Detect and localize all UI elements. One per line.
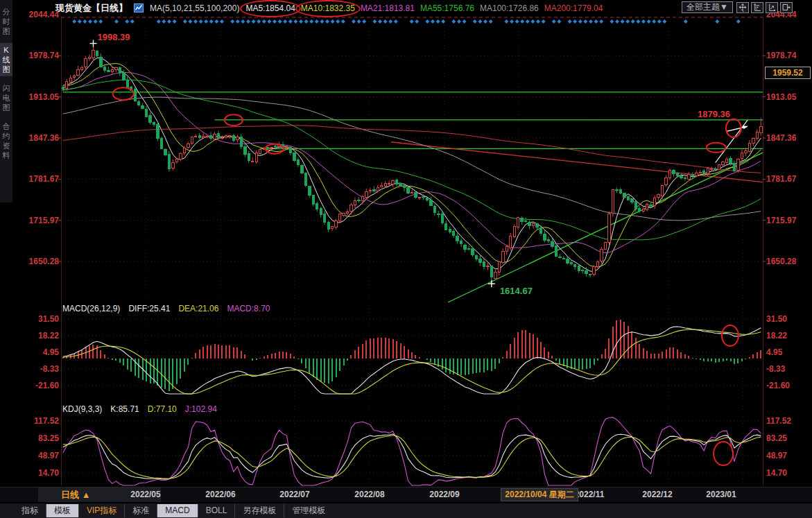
macd-dea-value: DEA:21.06 [178,304,218,313]
period-label: 日线 [61,490,79,500]
chart-type-sidebar: 分时图K线图闪电图合约资料 [0,0,12,202]
macd-diff-value: DIFF:25.41 [128,304,170,313]
sidebar-item-selected[interactable]: K线图 [0,43,12,76]
axis-tick-label: -21.60 [766,381,809,390]
tab-另存模板[interactable]: 另存模板 [234,504,284,517]
axis-tick-label: 48.97 [17,451,59,460]
axis-tick-label: 1847.36 [17,133,59,143]
axis-tick-label: 83.25 [17,433,59,443]
header-ma-value: MA21:1813.81 [361,3,415,13]
axis-tick-label: 1847.36 [766,133,809,143]
macd-macd-value: MACD:8.70 [227,304,270,313]
toolbar-buttons [736,2,793,13]
axis-tick-label: 14.70 [17,468,59,478]
axis-tick-label: 1650.28 [766,257,809,266]
macd-header: MACD(26,12,9) DIFF:25.41 DEA:21.06 MACD:… [62,304,270,313]
axis-tick-label: 2044.44 [17,10,59,19]
crosshair-price-box: 1959.52 [765,67,811,79]
axis-tick-label: 14.70 [766,468,809,478]
tab-模板[interactable]: 模板 [46,504,78,517]
header-ma-value: MA55:1756.76 [420,3,474,13]
header-ma-value: MA5:1854.04 [245,3,295,13]
kdj-j-value: J:102.94 [185,404,217,414]
axis-tick-label: -8.33 [17,364,59,374]
header-ma-value: MA10:1832.35 [301,3,355,13]
bottom-tab-bar: 指标模板VIP指标标准MACDBOLL另存模板管理模板 [0,503,812,518]
tab-指标[interactable]: 指标 [14,504,46,517]
macd-name[interactable]: MACD(26,12,9) [62,304,120,313]
symbol-title: 现货黄金【日线】 [55,2,128,15]
header-ma-list: MA5:1854.04MA10:1832.35MA21:1813.81MA55:… [245,3,608,13]
pan-icon[interactable] [736,2,749,13]
gold-trading-terminal: 1998.391614.671879.36 现货黄金【日线】 MA(5,10,2… [0,0,812,518]
ma-settings-label[interactable]: MA(5,10,21,55,100,200) [150,3,239,13]
y-axis-scale-icon[interactable] [751,2,763,13]
month-label: 2022/07 [264,490,326,499]
axis-tick-label: 1781.67 [17,174,59,184]
axis-tick-label: 31.50 [766,314,809,324]
month-label: 2022/09 [413,490,476,499]
month-label: 2022/12 [626,490,689,499]
axis-tick-label: 1913.05 [17,92,59,102]
axis-tick-label: 1715.97 [17,216,59,225]
crosshair-date-box: 2022/10/04 星期二 [501,488,578,501]
axis-tick-label: 1978.74 [17,51,59,60]
axis-tick-label: -21.60 [17,381,59,390]
trough-price-label: 1614.67 [500,286,533,296]
tab-VIP指标[interactable]: VIP指标 [78,504,124,517]
timeline-bar: 日线 ▲ 2022/052022/062022/072022/082022/09… [0,487,812,502]
month-label: 2022/06 [189,490,252,499]
axis-tick-label: 117.52 [17,416,59,426]
kdj-d-value: D:77.10 [148,404,177,414]
detach-window-icon[interactable] [780,2,793,13]
axis-tick-label: 4.95 [17,347,59,357]
header-ma-value: MA200:1779.04 [544,3,603,13]
header-toolbar: 全部主题▼ [682,1,793,13]
axis-tick-label: 4.95 [766,347,809,357]
month-label: 2023/01 [690,490,752,499]
tab-管理模板[interactable]: 管理模板 [284,504,333,517]
sidebar-item-[interactable]: 闪电图 [0,81,12,114]
axis-tick-label: 117.52 [766,416,809,426]
axis-tick-label: -8.33 [766,364,809,374]
axis-tick-label: 18.22 [17,331,59,340]
header-bar: 现货黄金【日线】 MA(5,10,21,55,100,200) MA5:1854… [55,1,608,15]
kdj-name[interactable]: KDJ(9,3,3) [62,404,102,414]
chart-plot-area[interactable]: 1998.391614.671879.36 [0,0,812,518]
month-label: 2022/08 [338,490,401,499]
axis-tick-label: 1913.05 [766,92,809,102]
theme-dropdown[interactable]: 全部主题▼ [682,1,733,13]
tab-BOLL[interactable]: BOLL [198,504,235,517]
sidebar-item-[interactable]: 合约资料 [0,119,12,162]
chart-type-icon[interactable] [134,3,144,12]
kdj-k-value: K:85.71 [110,404,139,414]
axis-tick-label: 83.25 [766,433,809,443]
peak-price-label: 1998.39 [97,32,130,42]
tab-MACD[interactable]: MACD [157,504,197,517]
axis-tick-label: 1978.74 [766,51,809,60]
tab-标准[interactable]: 标准 [124,504,157,517]
kdj-header: KDJ(9,3,3) K:85.71 D:77.10 J:102.94 [62,404,217,414]
axis-tick-label: 31.50 [17,314,59,324]
sidebar-item-[interactable]: 分时图 [0,5,12,38]
x-axis-scale-icon[interactable] [766,2,778,13]
axis-tick-label: 48.97 [766,451,809,460]
axis-tick-label: 1715.97 [766,216,809,225]
axis-tick-label: 1650.28 [17,257,59,266]
up-triangle-icon: ▲ [82,490,91,500]
month-label: 2022/05 [114,490,177,499]
recent-high-price-label: 1879.36 [698,109,730,119]
axis-tick-label: 18.22 [766,331,809,340]
axis-tick-label: 1781.67 [766,174,809,184]
header-ma-value: MA100:1726.86 [480,3,539,13]
